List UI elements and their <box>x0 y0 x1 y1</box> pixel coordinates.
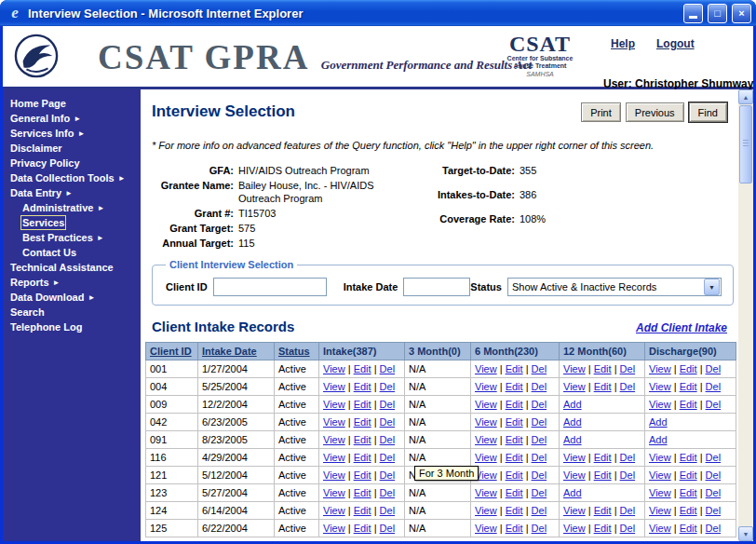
edit-link[interactable]: Edit <box>506 434 523 445</box>
column-header[interactable]: Status <box>275 343 319 360</box>
add-client-intake-link[interactable]: Add Client Intake <box>636 321 727 334</box>
view-link[interactable]: View <box>323 487 345 498</box>
del-link[interactable]: Del <box>380 452 396 463</box>
edit-link[interactable]: Edit <box>354 523 371 534</box>
del-link[interactable]: Del <box>706 487 722 498</box>
sidebar-item-technical-assistance[interactable]: Technical Assistance <box>3 262 141 274</box>
scroll-up-button[interactable]: ▲ <box>738 89 753 104</box>
sidebar-item-telephone-log[interactable]: Telephone Log <box>3 321 141 333</box>
view-link[interactable]: View <box>475 487 497 498</box>
edit-link[interactable]: Edit <box>594 381 612 392</box>
view-link[interactable]: View <box>475 381 497 392</box>
sidebar-item-reports[interactable]: Reports► <box>3 277 141 289</box>
view-link[interactable]: View <box>475 399 497 410</box>
edit-link[interactable]: Edit <box>354 416 371 428</box>
edit-link[interactable]: Edit <box>680 469 697 481</box>
intake-date-input[interactable] <box>403 278 470 296</box>
scrollbar-thumb[interactable] <box>739 105 752 184</box>
help-link[interactable]: Help <box>611 37 635 50</box>
view-link[interactable]: View <box>649 523 671 534</box>
del-link[interactable]: Del <box>532 381 547 392</box>
view-link[interactable]: View <box>563 505 586 516</box>
del-link[interactable]: Del <box>706 469 722 481</box>
maximize-button[interactable]: □ <box>708 4 727 23</box>
view-link[interactable]: View <box>563 523 586 534</box>
edit-link[interactable]: Edit <box>354 487 371 498</box>
view-link[interactable]: View <box>323 523 345 534</box>
sort-link[interactable]: Client ID <box>150 346 192 357</box>
view-link[interactable]: View <box>649 487 671 498</box>
del-link[interactable]: Del <box>380 363 396 374</box>
edit-link[interactable]: Edit <box>354 363 371 374</box>
view-link[interactable]: View <box>475 363 497 374</box>
del-link[interactable]: Del <box>532 469 547 481</box>
column-header[interactable]: Intake Date <box>198 343 275 360</box>
del-link[interactable]: Del <box>620 452 636 463</box>
edit-link[interactable]: Edit <box>506 452 523 463</box>
sidebar-item-general-info[interactable]: General Info► <box>3 113 141 125</box>
edit-link[interactable]: Edit <box>506 469 523 481</box>
del-link[interactable]: Del <box>706 399 722 410</box>
edit-link[interactable]: Edit <box>680 452 697 463</box>
sidebar-item-services-info[interactable]: Services Info► <box>3 128 141 140</box>
titlebar[interactable]: e Interview Selection - Microsoft Intern… <box>0 0 756 26</box>
del-link[interactable]: Del <box>380 381 396 392</box>
close-button[interactable]: × <box>732 4 751 23</box>
view-link[interactable]: View <box>323 363 345 374</box>
view-link[interactable]: View <box>563 469 586 481</box>
del-link[interactable]: Del <box>620 523 636 534</box>
sidebar-item-privacy-policy[interactable]: Privacy Policy <box>3 157 141 170</box>
logout-link[interactable]: Logout <box>656 37 695 50</box>
view-link[interactable]: View <box>323 381 345 392</box>
sidebar-item-disclaimer[interactable]: Disclaimer <box>3 143 141 155</box>
edit-link[interactable]: Edit <box>680 399 697 410</box>
sidebar-item-best-practices[interactable]: Best Practices► <box>3 232 141 244</box>
vertical-scrollbar[interactable]: ▲ ▼ <box>738 89 753 541</box>
edit-link[interactable]: Edit <box>594 469 612 481</box>
sort-link[interactable]: Status <box>278 346 310 357</box>
del-link[interactable]: Del <box>532 452 547 463</box>
sidebar-item-contact-us[interactable]: Contact Us <box>3 247 141 259</box>
del-link[interactable]: Del <box>532 505 547 516</box>
scroll-down-button[interactable]: ▼ <box>738 526 753 541</box>
view-link[interactable]: View <box>649 381 671 392</box>
view-link[interactable]: View <box>475 505 497 516</box>
view-link[interactable]: View <box>475 434 497 445</box>
view-link[interactable]: View <box>563 381 586 392</box>
edit-link[interactable]: Edit <box>594 505 612 516</box>
edit-link[interactable]: Edit <box>680 381 697 392</box>
del-link[interactable]: Del <box>380 399 396 410</box>
edit-link[interactable]: Edit <box>680 363 697 374</box>
del-link[interactable]: Del <box>532 434 547 445</box>
del-link[interactable]: Del <box>620 381 636 392</box>
view-link[interactable]: View <box>475 416 497 428</box>
add-link[interactable]: Add <box>563 399 582 410</box>
del-link[interactable]: Del <box>380 523 396 534</box>
print-button[interactable]: Print <box>581 102 621 122</box>
edit-link[interactable]: Edit <box>354 434 371 445</box>
add-link[interactable]: Add <box>563 487 582 498</box>
del-link[interactable]: Del <box>380 434 396 445</box>
view-link[interactable]: View <box>323 452 345 463</box>
del-link[interactable]: Del <box>380 505 396 516</box>
view-link[interactable]: View <box>649 399 671 410</box>
edit-link[interactable]: Edit <box>506 505 523 516</box>
del-link[interactable]: Del <box>380 416 396 428</box>
sort-link[interactable]: Intake Date <box>202 346 257 357</box>
minimize-button[interactable] <box>683 4 703 23</box>
edit-link[interactable]: Edit <box>506 487 523 498</box>
del-link[interactable]: Del <box>706 452 722 463</box>
del-link[interactable]: Del <box>706 505 722 516</box>
edit-link[interactable]: Edit <box>506 399 523 410</box>
edit-link[interactable]: Edit <box>506 416 523 428</box>
edit-link[interactable]: Edit <box>506 363 523 374</box>
del-link[interactable]: Del <box>620 505 636 516</box>
edit-link[interactable]: Edit <box>506 523 523 534</box>
view-link[interactable]: View <box>649 469 671 481</box>
edit-link[interactable]: Edit <box>354 399 371 410</box>
edit-link[interactable]: Edit <box>354 505 371 516</box>
status-select[interactable]: Show Active & Inactive Records ▼ <box>507 278 722 296</box>
view-link[interactable]: View <box>323 416 345 428</box>
sidebar-item-services[interactable]: Services <box>3 217 141 229</box>
del-link[interactable]: Del <box>532 399 547 410</box>
